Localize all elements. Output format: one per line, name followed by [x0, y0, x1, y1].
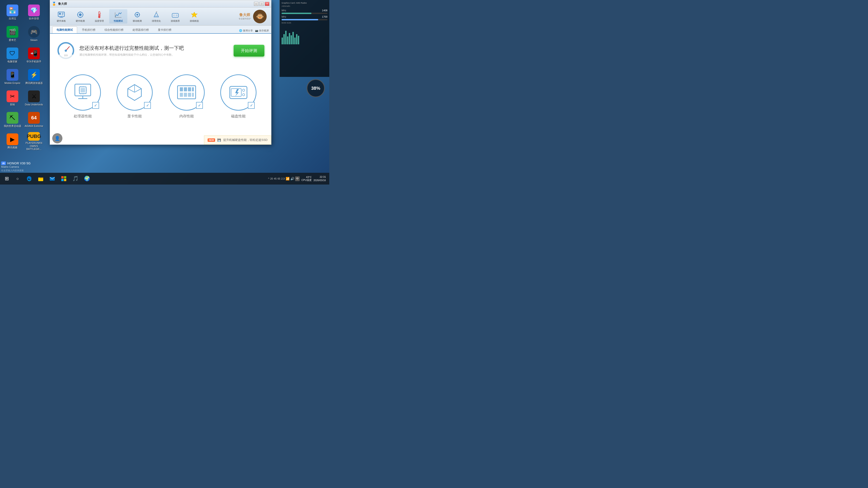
desktop-icon-label: 剪辑: [10, 103, 15, 106]
cpu-circle: ✓: [65, 74, 101, 111]
cpu-temp-display: 43°C CPU温度: [302, 176, 312, 182]
desktop-icon-aida64[interactable]: 64 AIDA64 Extreme: [24, 110, 44, 130]
svg-rect-63: [192, 87, 194, 91]
screenshot-btn[interactable]: 📷 保存截屏: [255, 29, 269, 32]
maximize-button[interactable]: □: [259, 2, 264, 6]
cpu-temp-value: 43°C: [302, 176, 312, 178]
svg-rect-64: [180, 93, 183, 97]
perf-hero-left: ??? 您还没有对本机进行过完整性能测试，测一下吧 通过电脑整机性能评测，帮您知…: [57, 41, 184, 60]
mhz-label1: MHz: [282, 9, 286, 12]
toolbar-clean-optimize[interactable]: 清理优化: [147, 9, 165, 24]
desktop-icon-jianying[interactable]: ✂ 剪辑: [2, 88, 23, 109]
taskbar-store[interactable]: [59, 174, 69, 184]
cpu-checkmark: ✓: [92, 102, 99, 109]
svg-point-15: [98, 16, 100, 18]
desktop-icon-mobile-empire[interactable]: 📱 Mobile Empire: [2, 67, 23, 87]
desktop-icon-pubg[interactable]: PUBG PLAYERUNKNOWN'S BATTLEGR...: [24, 131, 44, 152]
toolbar-driver-detect[interactable]: 驱动检测: [128, 9, 146, 24]
desktop-icon-label: 腾讯网游加速器: [25, 82, 43, 85]
toolbar-label: 温度管理: [95, 20, 104, 22]
minimize-button[interactable]: —: [254, 2, 258, 6]
taskbar-explorer[interactable]: [35, 174, 46, 184]
toolbar-label: 游戏推荐: [171, 20, 180, 22]
toolbar-perf-test[interactable]: 性能测试: [109, 9, 127, 24]
weibo-icon: 🌐: [239, 29, 242, 32]
desktop-icon-label: PLAYERUNKNOWN'S BATTLEGR...: [25, 142, 43, 151]
toolbar-right: 鲁大师 专业硬件防护 🐵: [239, 10, 269, 23]
toolbar-game-select[interactable]: 游戏精选: [185, 9, 203, 24]
input-lang-indicator[interactable]: 中: [295, 176, 300, 181]
windows-icon: ⊞: [5, 176, 9, 182]
tray-num2: 45: [274, 177, 277, 180]
taskbar: ⊞ ○: [0, 173, 329, 185]
monitor-widget: Graphics Card: AMD Radeo Adrenalin MHz 1…: [280, 0, 329, 77]
tab-pc-perf[interactable]: 电脑性能测试: [52, 27, 77, 33]
desktop-icon-label: 软件管理: [29, 17, 39, 20]
sys-tray: ^ 20 45 65 2.3 📶 🔊 中: [268, 176, 300, 181]
desktop-icon-computer-manager[interactable]: 🛡 电脑管家: [2, 45, 23, 66]
desktop-icon-tengxun-video[interactable]: ▶ 腾讯视频: [2, 131, 23, 152]
tab-overall-rank[interactable]: 综合性能排行榜: [100, 27, 128, 33]
weibo-share-btn[interactable]: 🌐 微博分享: [239, 29, 253, 32]
desktop-icon-label: Mobile Empire: [4, 82, 20, 85]
taskbar-search[interactable]: ○: [12, 174, 23, 184]
desktop-icon-huawei[interactable]: 📲 华为手机助手: [24, 45, 44, 66]
svg-rect-4: [62, 15, 63, 15]
desktop-icon-label: 电脑管家: [7, 60, 18, 63]
desktop-icon-label: 腾讯视频: [7, 146, 18, 149]
gpu-label-item: 显卡性能: [127, 114, 142, 119]
close-button[interactable]: ✕: [265, 2, 269, 6]
taskbar-media[interactable]: 🎵: [70, 174, 81, 184]
user-avatar[interactable]: 🐵: [253, 10, 267, 23]
taskbar-edge[interactable]: [24, 174, 34, 184]
desktop-icon-software-mgr[interactable]: 💎 软件管理: [24, 2, 44, 23]
ssd-icon: 💾: [217, 139, 221, 142]
taskbar-mail[interactable]: [47, 174, 57, 184]
tab-cpu-rank[interactable]: 处理器排行榜: [128, 27, 153, 33]
date-display: 2026/03/16: [313, 179, 326, 182]
disk-label: 磁盘性能: [231, 114, 246, 119]
svg-rect-30: [172, 13, 179, 18]
svg-rect-61: [184, 87, 187, 91]
start-evaluation-button[interactable]: 开始评测: [234, 45, 265, 57]
desktop-icon-app-store[interactable]: 🏪 应用宝: [2, 2, 23, 23]
taskbar-browser[interactable]: 🌍: [82, 174, 92, 184]
tab-gpu-rank[interactable]: 显卡排行榜: [154, 27, 176, 33]
start-button[interactable]: ⊞: [1, 173, 12, 184]
mhz-val1: 1408: [322, 9, 328, 12]
gpu-sub-row: Adrenalin: [282, 5, 328, 7]
memory-circle: ✓: [168, 74, 205, 111]
media-icon: 🎵: [72, 176, 79, 182]
desktop-icons-area: 🏪 应用宝 🎬 爱奇艺 🛡 电脑管家 📱 Mobile Empire ✂: [0, 0, 50, 170]
toolbar-game-recommend[interactable]: 游戏推荐: [166, 9, 184, 24]
desktop-icon-minecraft[interactable]: ⛏ 我的世界启动器: [2, 110, 23, 130]
desktop-icon-aiqiyi[interactable]: 🎬 爱奇艺: [2, 24, 23, 44]
svg-rect-77: [61, 179, 64, 181]
time-display: 22:31: [313, 175, 326, 179]
desktop-icon-game-acc[interactable]: ⚡ 腾讯网游加速器: [24, 67, 44, 87]
desktop-icon-dota[interactable]: ⚔ Dota Underlords: [24, 88, 44, 109]
perf-hero: ??? 您还没有对本机进行过完整性能测试，测一下吧 通过电脑整机性能评测，帮您知…: [57, 38, 265, 63]
hardware-detect-icon: [76, 10, 85, 19]
tray-arrow[interactable]: ^: [268, 177, 269, 180]
toolbar-hardware-check[interactable]: 硬件体检: [52, 9, 70, 24]
perf-item-gpu: ✓ 显卡性能: [117, 74, 153, 119]
toolbar-hardware-detect[interactable]: 硬件检测: [71, 9, 89, 24]
honor-watermark: AI HONOR V30 5G Matrix Camera 在这里输入内容来搜索: [1, 161, 31, 172]
ludashi-logo: 鲁大师 专业硬件防护: [239, 13, 251, 20]
tray-num4: 2.3: [281, 177, 284, 180]
screenshot-label: 保存截屏: [259, 29, 269, 32]
volume-icon: 🔊: [290, 177, 294, 180]
gpu-usage-circle: 38%: [307, 79, 325, 97]
toolbar: 硬件体检 硬件检测: [50, 7, 271, 26]
tab-phone-rank[interactable]: 手机排行榜: [78, 27, 100, 33]
driver-icon: [133, 10, 142, 19]
tray-num3: 65: [278, 177, 280, 180]
desktop-icon-label: 应用宝: [9, 17, 16, 20]
browser-icon: 🌍: [84, 176, 90, 182]
desktop-icon-label: Dota Underlords: [25, 103, 43, 106]
desktop-icon-steam[interactable]: 🎮 Steam: [24, 24, 44, 44]
toolbar-temp-manage[interactable]: 温度管理: [90, 9, 108, 24]
desktop-icon-label: AIDA64 Extreme: [25, 125, 43, 127]
svg-rect-78: [64, 179, 66, 181]
